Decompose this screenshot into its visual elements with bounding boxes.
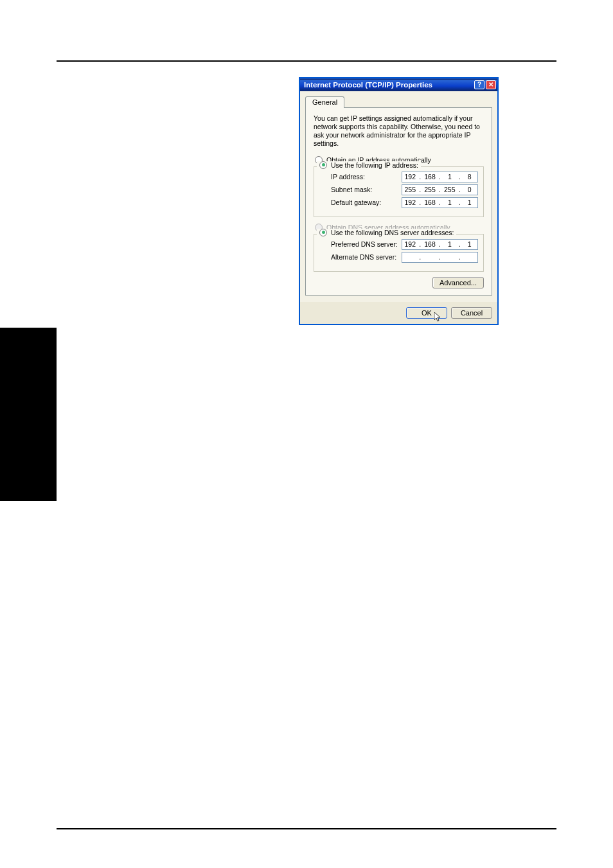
dot: . [438, 186, 441, 193]
radio-dns-manual-label: Use the following DNS server addresses: [331, 229, 454, 236]
ip-octet: 192 [402, 199, 418, 206]
dialog-footer: OK Cancel [300, 302, 497, 324]
subnet-row: Subnet mask: 255. 255. 255. 0 [319, 184, 478, 195]
ip-octet: 1 [462, 199, 477, 206]
dot: . [458, 253, 461, 261]
ip-manual-group: Use the following IP address: IP address… [314, 166, 484, 217]
dot: . [418, 186, 422, 193]
dot: . [438, 253, 441, 261]
ip-octet: 255 [422, 186, 438, 193]
ip-octet: 0 [462, 186, 477, 193]
ip-address-input[interactable]: 192. 168. 1. 8 [402, 172, 478, 182]
dot: . [458, 240, 461, 248]
ip-octet: 255 [442, 186, 458, 193]
ip-octet: 1 [462, 240, 477, 248]
ip-octet: 255 [402, 186, 418, 193]
dot: . [418, 173, 422, 181]
tab-general[interactable]: General [305, 96, 344, 108]
dot: . [418, 240, 422, 248]
subnet-input[interactable]: 255. 255. 255. 0 [402, 184, 478, 195]
ip-octet: 1 [442, 199, 458, 206]
alternate-dns-label: Alternate DNS server: [331, 253, 402, 261]
ip-octet: 168 [422, 173, 438, 181]
tab-panel-general: You can get IP settings assigned automat… [305, 107, 492, 296]
dot: . [438, 199, 441, 206]
ip-address-row: IP address: 192. 168. 1. 8 [319, 172, 478, 182]
preferred-dns-row: Preferred DNS server: 192. 168. 1. 1 [319, 239, 478, 250]
ok-button[interactable]: OK [406, 307, 447, 319]
gateway-label: Default gateway: [331, 199, 402, 206]
dot: . [458, 186, 461, 193]
description-text: You can get IP settings assigned automat… [314, 114, 484, 148]
close-icon[interactable]: ✕ [486, 80, 496, 89]
page-sidebar-block [0, 328, 57, 501]
alternate-dns-input[interactable]: . . . [402, 252, 478, 263]
dialog-body: General You can get IP settings assigned… [300, 91, 497, 302]
tcpip-properties-dialog: Internet Protocol (TCP/IP) Properties ? … [299, 77, 499, 325]
radio-ip-manual[interactable]: Use the following IP address: [317, 161, 421, 169]
ip-octet: 168 [422, 199, 438, 206]
gateway-row: Default gateway: 192. 168. 1. 1 [319, 197, 478, 208]
dot: . [458, 173, 461, 181]
ip-octet: 192 [402, 173, 418, 181]
dot: . [418, 199, 422, 206]
dns-manual-group: Use the following DNS server addresses: … [314, 234, 484, 272]
ip-octet: 1 [442, 240, 458, 248]
ip-octet: 1 [442, 173, 458, 181]
dot: . [418, 253, 422, 261]
preferred-dns-input[interactable]: 192. 168. 1. 1 [402, 239, 478, 250]
ip-octet: 192 [402, 240, 418, 248]
dot: . [438, 173, 441, 181]
preferred-dns-label: Preferred DNS server: [331, 240, 402, 248]
page-bottom-rule [57, 828, 556, 829]
alternate-dns-row: Alternate DNS server: . . . [319, 252, 478, 263]
radio-dns-manual[interactable]: Use the following DNS server addresses: [317, 229, 456, 236]
dot: . [438, 240, 441, 248]
dot: . [458, 199, 461, 206]
titlebar-buttons: ? ✕ [474, 80, 496, 89]
advanced-button[interactable]: Advanced... [432, 277, 484, 288]
gateway-input[interactable]: 192. 168. 1. 1 [402, 197, 478, 208]
page-top-rule [57, 60, 556, 62]
ip-octet: 168 [422, 240, 438, 248]
tabs: General [305, 96, 492, 108]
radio-icon [319, 229, 327, 236]
subnet-label: Subnet mask: [331, 186, 402, 193]
titlebar[interactable]: Internet Protocol (TCP/IP) Properties ? … [300, 78, 497, 91]
help-icon[interactable]: ? [474, 80, 484, 89]
ip-octet: 8 [462, 173, 477, 181]
radio-icon [319, 161, 327, 169]
advanced-row: Advanced... [314, 277, 484, 288]
radio-ip-manual-label: Use the following IP address: [331, 161, 418, 169]
cancel-button[interactable]: Cancel [451, 307, 492, 319]
titlebar-title: Internet Protocol (TCP/IP) Properties [304, 81, 474, 89]
ip-address-label: IP address: [331, 173, 402, 181]
